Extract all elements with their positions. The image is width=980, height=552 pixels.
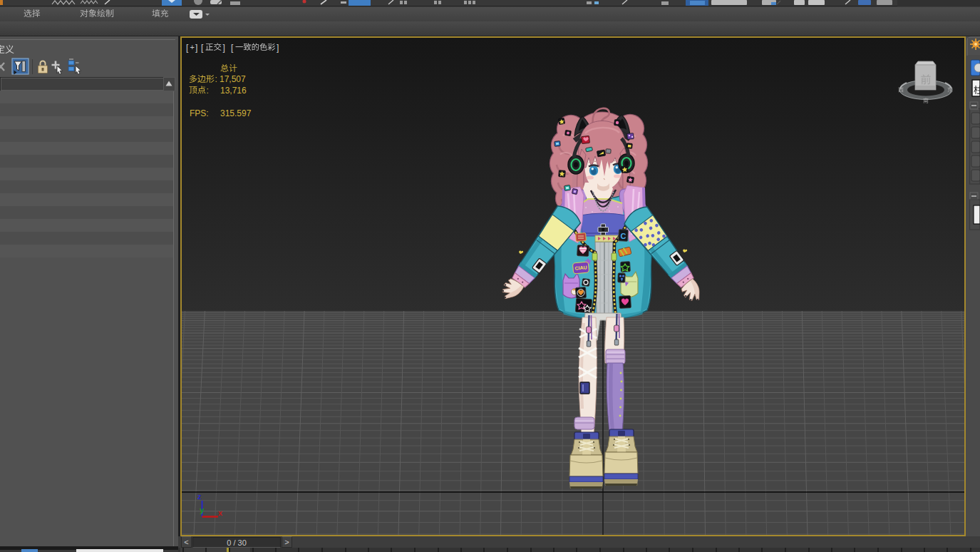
svg-text:x: x [218,508,223,517]
svg-text:]: ] [223,43,225,53]
svg-text:z: z [197,492,202,501]
svg-text::: : [215,74,217,84]
svg-text:]: ] [195,43,197,53]
svg-text:13,716: 13,716 [220,86,247,96]
svg-text:315.597: 315.597 [220,108,252,118]
svg-text:y: y [200,506,205,514]
svg-text:FPS:: FPS: [190,108,209,118]
svg-text:17,507: 17,507 [220,74,246,84]
svg-text::: : [207,86,209,96]
svg-text:+: + [190,43,195,51]
svg-text:]: ] [277,43,279,53]
svg-text:C: C [621,232,626,240]
svg-text:CIAU: CIAU [574,265,587,270]
